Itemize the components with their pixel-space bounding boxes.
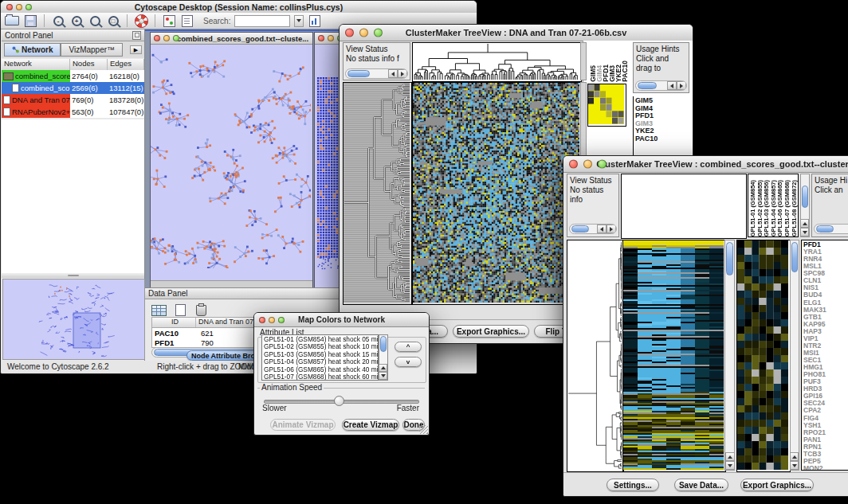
gene-label[interactable]: MON2 [802, 465, 848, 471]
zoom-window-icon[interactable] [26, 4, 32, 10]
network-table-row[interactable]: combined_scores_ 2764(0) 16218(0) [2, 70, 144, 82]
scroll-left-icon[interactable] [597, 225, 607, 233]
scroll-thumb[interactable] [802, 186, 808, 208]
scroll-thumb[interactable] [638, 82, 657, 89]
scroll-thumb[interactable] [571, 225, 589, 232]
new-attribute-icon[interactable] [173, 303, 187, 318]
export-graphics-button[interactable]: Export Graphics... [453, 325, 529, 338]
tv1-status-hscrollbar[interactable] [345, 68, 408, 79]
column-label[interactable]: GPL51-03 (GSM856) [763, 180, 770, 236]
minimize-icon[interactable] [359, 29, 368, 37]
zoom-window-icon[interactable] [173, 35, 179, 41]
scroll-up-icon[interactable] [379, 364, 387, 372]
treeview1-title-bar[interactable]: ClusterMaker TreeView : DNA and Tran 07-… [340, 25, 693, 41]
tab-vizmapper[interactable]: VizMapper™ [61, 43, 123, 57]
tv2-heatmap-scrollbar[interactable] [724, 240, 735, 471]
attribute-list-item[interactable]: GPL51-07 (GSM868) heat shock 60 min [262, 373, 378, 381]
attribute-table-icon[interactable] [151, 303, 167, 318]
minimize-icon[interactable] [328, 35, 334, 41]
network-hscrollbar[interactable] [151, 280, 312, 287]
column-label[interactable]: GPL51-01 (GSM854) [749, 180, 756, 236]
column-label[interactable]: GIM5 [589, 65, 595, 82]
open-icon[interactable] [5, 14, 19, 29]
resize-grip[interactable] [419, 425, 428, 434]
scroll-down-icon[interactable] [800, 228, 809, 236]
float-panel-icon[interactable] [132, 31, 141, 40]
scroll-thumb[interactable] [816, 225, 834, 232]
scroll-right-icon[interactable] [607, 225, 616, 233]
scroll-down-icon[interactable] [725, 461, 735, 470]
scroll-left-icon[interactable] [388, 69, 398, 78]
column-label[interactable]: GPL51-07 (GSM868) [783, 180, 791, 236]
move-down-button[interactable]: v [395, 357, 422, 367]
animate-vizmap-button[interactable]: Animate Vizmap [270, 419, 336, 431]
column-label[interactable]: GPL51-02 (GSM855) [756, 180, 764, 236]
zoom-window-icon[interactable] [598, 160, 607, 169]
tab-overflow-button[interactable]: ▶ [130, 45, 142, 54]
zoom-fit-icon[interactable]: □ [106, 14, 120, 29]
tv1-column-dendrogram[interactable] [412, 42, 582, 82]
scroll-left-icon[interactable] [667, 81, 677, 90]
annotation-icon[interactable] [180, 14, 194, 29]
scroll-thumb[interactable] [380, 336, 387, 352]
scroll-up-icon[interactable] [725, 452, 735, 461]
delete-attribute-icon[interactable] [194, 303, 208, 318]
zoom-window-icon[interactable] [278, 317, 285, 323]
tv2-zoom-view[interactable] [736, 240, 791, 472]
scroll-down-icon[interactable] [379, 372, 387, 380]
tv1-column-scrollbar[interactable] [580, 42, 587, 80]
settings-button[interactable]: Settings... [607, 479, 659, 491]
tv2-heatmap[interactable] [622, 240, 726, 472]
move-up-button[interactable]: ^ [395, 342, 422, 352]
attribute-list-scrollbar[interactable] [379, 334, 388, 381]
search-input[interactable] [234, 15, 290, 27]
scroll-down-icon[interactable] [790, 461, 799, 470]
scroll-up-icon[interactable] [800, 219, 809, 228]
scroll-thumb[interactable] [726, 242, 733, 275]
tv1-usage-hscrollbar[interactable] [635, 80, 687, 91]
tab-network[interactable]: Network [4, 43, 61, 57]
tv2-usage-hscrollbar[interactable] [814, 224, 848, 234]
network-table-row[interactable]: DNA and Tran 07 769(0) 183728(0) [2, 94, 144, 106]
search-dropdown-icon[interactable] [294, 15, 304, 27]
tv2-row-dendrogram[interactable] [567, 240, 624, 472]
tv2-labels-scrollbar[interactable] [800, 174, 810, 237]
tv1-zoom-matrix[interactable] [587, 84, 626, 127]
close-icon[interactable] [154, 35, 160, 41]
tv2-zoom-scrollbar[interactable] [790, 240, 799, 471]
save-icon[interactable] [23, 14, 37, 29]
close-icon[interactable] [259, 317, 265, 323]
minimize-icon[interactable] [269, 317, 275, 323]
close-icon[interactable] [318, 35, 324, 41]
help-icon[interactable] [134, 14, 148, 29]
zoom-window-icon[interactable] [374, 29, 383, 37]
column-label[interactable]: GPL51-06 (GSM865) [776, 180, 783, 236]
minimize-icon[interactable] [16, 4, 22, 10]
scroll-up-icon[interactable] [790, 452, 799, 461]
column-label[interactable]: GIM3 [608, 65, 614, 82]
scroll-right-icon[interactable] [677, 81, 686, 90]
network-overview-canvas[interactable] [3, 279, 144, 359]
close-icon[interactable] [6, 4, 13, 10]
network-view-canvas[interactable] [151, 33, 311, 268]
column-label[interactable]: GIM4 [595, 65, 602, 82]
treeview2-title-bar[interactable]: ClusterMaker TreeView : combined_scores_… [563, 156, 848, 173]
save-data-button[interactable]: Save Data... [674, 479, 728, 491]
network-table-row[interactable]: combined_sco 2569(6) 13112(15) [2, 82, 144, 94]
export-graphics-button[interactable]: Export Graphics... [740, 479, 814, 491]
report-icon[interactable] [308, 14, 322, 29]
column-label[interactable]: PAC10 [621, 61, 627, 82]
create-vizmap-button[interactable]: Create Vizmap [342, 419, 399, 431]
tv2-column-dendrogram[interactable] [621, 174, 747, 239]
close-icon[interactable] [569, 160, 578, 169]
network-view-window[interactable]: combined_scores_good.txt--cluste... [150, 32, 313, 287]
minimize-icon[interactable] [583, 160, 592, 169]
tv2-status-hscrollbar[interactable] [569, 224, 617, 234]
panel-splitter[interactable] [2, 273, 144, 278]
gene-label[interactable]: PAC10 [634, 135, 689, 143]
network-overview-panel[interactable] [2, 279, 145, 360]
column-label[interactable]: PFD1 [602, 64, 608, 82]
column-label[interactable]: YKE2 [614, 64, 621, 82]
close-icon[interactable] [345, 29, 354, 37]
network-table-row[interactable]: RNAPuberNov2+ 563(0) 107847(0) [2, 106, 144, 118]
